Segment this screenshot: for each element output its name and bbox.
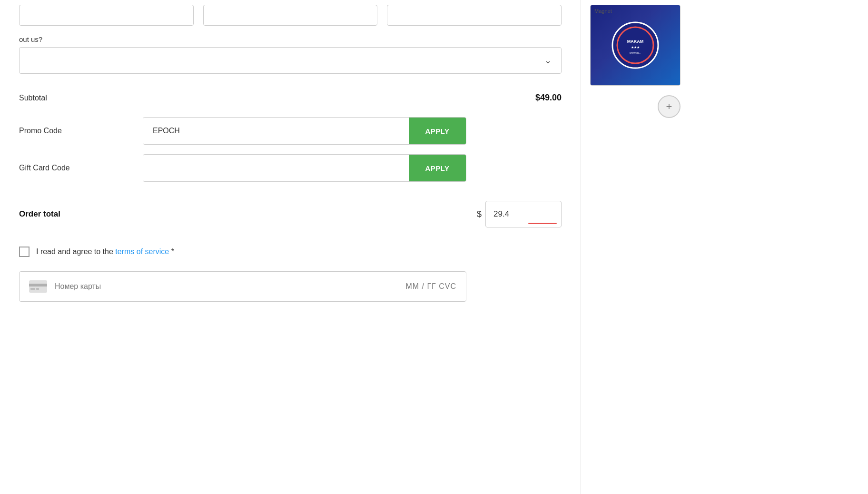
- promo-apply-button[interactable]: APPLY: [409, 118, 466, 144]
- sidebar-emblem: MAKAM ★★★ www.m...: [612, 21, 659, 69]
- gift-card-input[interactable]: [143, 155, 409, 181]
- sidebar-image-container: Magnet MAKAM ★★★ www.m...: [590, 5, 681, 86]
- promo-code-input-group: APPLY: [143, 117, 466, 145]
- terms-of-service-link[interactable]: terms of service: [115, 247, 169, 256]
- page-layout: out us? ⌄ Subtotal $49.00 Promo Code APP…: [0, 0, 868, 494]
- credit-card-icon: [29, 280, 47, 293]
- gift-card-input-group: APPLY: [143, 154, 466, 182]
- gift-card-label: Gift Card Code: [19, 164, 143, 172]
- svg-rect-3: [36, 288, 39, 290]
- card-number-placeholder: Номер карты: [55, 282, 405, 291]
- svg-text:MAKAM: MAKAM: [627, 39, 644, 44]
- card-payment-section: Номер карты ММ / ГГ CVC: [19, 271, 562, 302]
- magnet-label: Magnet: [594, 8, 612, 14]
- top-bar: [19, 0, 562, 26]
- promo-code-input[interactable]: [143, 118, 409, 144]
- main-content: out us? ⌄ Subtotal $49.00 Promo Code APP…: [0, 0, 581, 494]
- subtotal-row: Subtotal $49.00: [19, 79, 562, 117]
- dollar-sign: $: [477, 209, 482, 219]
- subtotal-label: Subtotal: [19, 94, 47, 102]
- top-input-1: [19, 5, 194, 26]
- svg-rect-2: [30, 288, 35, 290]
- terms-prefix: I read and agree to the: [36, 247, 115, 256]
- referral-dropdown[interactable]: ⌄: [19, 47, 562, 74]
- promo-code-label: Promo Code: [19, 127, 143, 135]
- referral-section: out us? ⌄: [19, 35, 562, 74]
- top-input-3: [387, 5, 562, 26]
- terms-checkbox[interactable]: [19, 247, 30, 257]
- svg-text:★★★: ★★★: [631, 46, 640, 49]
- card-expiry-cvc: ММ / ГГ CVC: [405, 282, 456, 291]
- plus-icon: +: [666, 101, 672, 112]
- card-icon-wrapper: [29, 280, 47, 293]
- order-total-label: Order total: [19, 209, 60, 219]
- red-underline-decoration: [528, 223, 557, 224]
- gift-card-code-row: Gift Card Code APPLY: [19, 154, 562, 182]
- order-total-right: $: [477, 201, 562, 227]
- svg-text:www.m...: www.m...: [629, 51, 641, 54]
- add-item-button[interactable]: +: [658, 95, 681, 118]
- referral-question: out us?: [19, 35, 562, 43]
- subtotal-value: $49.00: [535, 93, 562, 103]
- order-total-input-wrapper: [485, 201, 562, 227]
- chevron-down-icon: ⌄: [544, 55, 552, 66]
- right-sidebar: Magnet MAKAM ★★★ www.m... +: [581, 0, 685, 494]
- terms-row: I read and agree to the terms of service…: [19, 237, 562, 267]
- svg-point-4: [612, 22, 658, 68]
- order-total-row: Order total $: [19, 191, 562, 237]
- sidebar-product-image: Magnet MAKAM ★★★ www.m...: [591, 5, 680, 85]
- card-input-row[interactable]: Номер карты ММ / ГГ CVC: [19, 271, 466, 302]
- terms-text: I read and agree to the terms of service…: [36, 247, 174, 256]
- svg-rect-1: [29, 284, 47, 287]
- top-input-2: [203, 5, 378, 26]
- terms-suffix: *: [169, 247, 174, 256]
- promo-code-row: Promo Code APPLY: [19, 117, 562, 145]
- gift-card-apply-button[interactable]: APPLY: [409, 155, 466, 181]
